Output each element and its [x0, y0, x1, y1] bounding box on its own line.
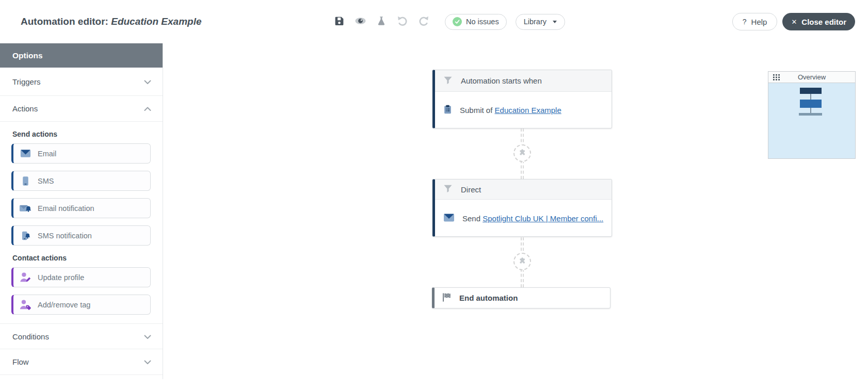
insert-step-drop-target[interactable]	[513, 253, 531, 270]
direct-block-title: Direct	[461, 185, 481, 194]
grid-icon	[773, 74, 780, 82]
puzzle-icon	[519, 257, 526, 267]
undo-icon	[397, 15, 408, 28]
flask-icon	[376, 15, 387, 28]
library-label: Library	[524, 18, 546, 26]
save-button[interactable]	[333, 15, 345, 28]
sidebar-item-actions[interactable]: Actions	[0, 96, 163, 122]
direct-email-block[interactable]: Direct Send Spotlight Club UK | Member c…	[432, 179, 612, 237]
check-circle-icon	[453, 17, 462, 26]
email-notification-icon	[19, 202, 31, 214]
conditions-label: Conditions	[12, 332, 49, 341]
save-icon	[334, 15, 345, 28]
redo-button[interactable]	[417, 15, 430, 28]
issues-status-badge[interactable]: No issues	[445, 14, 507, 30]
actions-label: Actions	[12, 104, 38, 113]
trigger-prefix: Submit of	[460, 106, 492, 115]
automation-name: Education Example	[111, 16, 201, 27]
direct-block-body: Send Spotlight Club UK | Member confi...	[435, 200, 612, 237]
email-campaign-link[interactable]: Spotlight Club UK | Member confi...	[483, 214, 603, 223]
action-label: Update profile	[38, 273, 84, 282]
options-sidebar: Options Triggers Actions Send actions	[0, 43, 163, 379]
end-automation-block[interactable]: End automation	[432, 287, 610, 308]
question-mark-icon: ?	[743, 18, 747, 26]
form-clipboard-icon	[443, 104, 453, 117]
minimap-connector	[810, 108, 811, 113]
undo-button[interactable]	[396, 15, 409, 28]
add-remove-tag-icon	[19, 299, 31, 311]
trigger-form-link[interactable]: Education Example	[495, 106, 561, 115]
contact-actions-label: Contact actions	[12, 254, 163, 262]
top-bar-right: ? Help ✕ Close editor	[732, 13, 855, 30]
sidebar-item-flow[interactable]: Flow	[0, 349, 163, 375]
minimap-email-node	[800, 100, 822, 108]
action-email[interactable]: Email	[11, 143, 151, 164]
trigger-block-header: Automation starts when	[435, 70, 612, 92]
trigger-description: Submit of Education Example	[460, 106, 561, 115]
trigger-block-body: Submit of Education Example	[435, 92, 612, 128]
action-sms-notification[interactable]: SMS notification	[11, 225, 151, 246]
preview-button[interactable]	[354, 15, 366, 28]
close-icon: ✕	[791, 18, 797, 26]
puzzle-icon	[519, 149, 526, 158]
update-profile-icon	[19, 271, 31, 283]
minimap-trigger-node	[800, 88, 822, 94]
action-add-remove-tag[interactable]: Add/remove tag	[11, 295, 151, 315]
action-label: Email	[38, 150, 56, 158]
help-button[interactable]: ? Help	[732, 13, 778, 30]
editor-toolbar: No issues Library	[333, 0, 565, 43]
sidebar-item-conditions[interactable]: Conditions	[0, 324, 163, 349]
sms-icon	[19, 175, 31, 187]
actions-panel: Send actions Email SMS	[0, 130, 163, 324]
issues-status-label: No issues	[466, 18, 499, 26]
test-button[interactable]	[375, 15, 388, 28]
top-bar: Automation editor: Education Example	[0, 0, 868, 43]
page-title-prefix: Automation editor:	[21, 16, 108, 27]
minimap-header[interactable]: Overview	[768, 71, 856, 83]
close-editor-button[interactable]: ✕ Close editor	[782, 13, 855, 30]
sidebar-item-triggers[interactable]: Triggers	[0, 68, 163, 96]
trigger-block-title: Automation starts when	[461, 76, 542, 85]
chevron-up-icon	[144, 104, 151, 113]
minimap-connector	[810, 94, 811, 100]
funnel-icon	[443, 184, 453, 195]
action-update-profile[interactable]: Update profile	[11, 267, 151, 287]
minimap-title: Overview	[798, 73, 826, 81]
close-editor-label: Close editor	[801, 18, 846, 26]
action-sms[interactable]: SMS	[11, 171, 151, 191]
chevron-down-icon	[144, 332, 151, 341]
automation-editor: Automation editor: Education Example	[0, 0, 868, 391]
eye-icon	[355, 15, 366, 28]
action-label: Add/remove tag	[38, 301, 90, 309]
sidebar-options-header: Options	[0, 43, 163, 68]
checkered-flag-icon	[441, 292, 452, 304]
action-label: SMS	[38, 177, 54, 185]
end-automation-label: End automation	[459, 294, 518, 302]
action-label: SMS notification	[38, 232, 92, 240]
trigger-block[interactable]: Automation starts when Submit of Educat	[432, 70, 612, 128]
triggers-label: Triggers	[12, 77, 40, 86]
caret-down-icon	[553, 21, 557, 23]
minimap-overview[interactable]	[768, 83, 856, 159]
library-dropdown[interactable]: Library	[516, 14, 565, 30]
insert-step-drop-target[interactable]	[513, 144, 531, 162]
page-title: Automation editor: Education Example	[21, 16, 202, 27]
send-actions-label: Send actions	[12, 130, 163, 138]
send-description: Send Spotlight Club UK | Member confi...	[462, 214, 603, 223]
email-icon	[443, 211, 455, 225]
funnel-icon	[443, 75, 453, 87]
sms-notification-icon	[19, 230, 31, 241]
minimap-end-node	[799, 113, 822, 116]
help-label: Help	[751, 18, 767, 26]
chevron-down-icon	[144, 357, 151, 366]
direct-block-header: Direct	[435, 180, 612, 200]
action-label: Email notification	[38, 204, 94, 213]
send-prefix: Send	[462, 214, 480, 223]
action-email-notification[interactable]: Email notification	[11, 198, 151, 218]
redo-icon	[418, 15, 429, 28]
email-icon	[19, 148, 31, 159]
flow-label: Flow	[12, 357, 29, 366]
chevron-down-icon	[144, 77, 151, 86]
